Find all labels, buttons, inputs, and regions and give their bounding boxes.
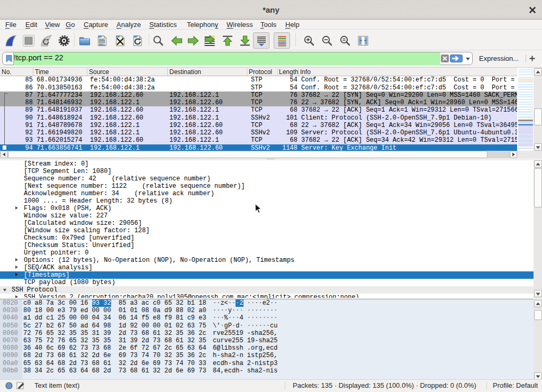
- svg-text:0011: 0011: [99, 43, 105, 46]
